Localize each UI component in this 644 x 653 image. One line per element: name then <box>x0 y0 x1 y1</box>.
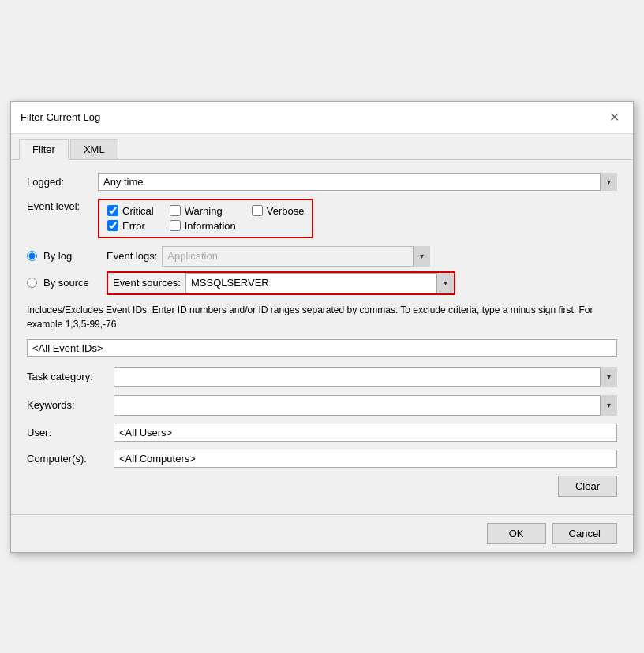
by-source-row: By source Event sources: MSSQLSERVER ▾ <box>27 271 617 295</box>
user-input[interactable]: <All Users> <box>114 424 617 442</box>
task-category-label: Task category: <box>27 371 114 382</box>
task-category-row: Task category: ▾ <box>27 367 617 387</box>
error-label: Error <box>122 220 145 232</box>
dialog-title: Filter Current Log <box>21 111 100 123</box>
tab-xml[interactable]: XML <box>70 139 118 159</box>
verbose-checkbox-item[interactable]: Verbose <box>252 205 305 217</box>
event-logs-label: Event logs: <box>107 250 157 262</box>
event-level-label: Event level: <box>27 199 98 212</box>
keywords-label: Keywords: <box>27 399 114 411</box>
computer-row: Computer(s): <All Computers> <box>27 450 617 468</box>
close-button[interactable]: ✕ <box>605 108 623 127</box>
information-label: Information <box>185 220 236 232</box>
logged-select-wrapper: Any time Last hour Last 12 hours Last 24… <box>98 173 617 191</box>
clear-section: Clear <box>27 476 617 497</box>
keywords-select[interactable] <box>114 395 617 416</box>
critical-label: Critical <box>122 205 154 217</box>
event-logs-select[interactable]: Application <box>162 246 430 267</box>
computer-input[interactable]: <All Computers> <box>114 450 617 468</box>
bottom-buttons: OK Cancel <box>11 514 633 552</box>
keywords-row: Keywords: ▾ <box>27 395 617 416</box>
spacer <box>252 220 305 232</box>
by-log-radio[interactable] <box>27 251 37 261</box>
source-section: By log Event logs: Application ▾ By sour… <box>27 246 617 295</box>
by-log-row: By log Event logs: Application ▾ <box>27 246 617 267</box>
by-source-label: By source <box>43 277 107 289</box>
warning-label: Warning <box>185 205 223 217</box>
by-source-radio[interactable] <box>27 278 37 288</box>
warning-checkbox-item[interactable]: Warning <box>170 205 236 217</box>
logged-row: Logged: Any time Last hour Last 12 hours… <box>27 173 617 191</box>
event-ids-input[interactable]: <All Event IDs> <box>27 339 617 357</box>
logged-label: Logged: <box>27 176 98 188</box>
tab-filter[interactable]: Filter <box>19 139 69 160</box>
task-category-select-wrapper: ▾ <box>114 367 617 387</box>
keywords-select-wrapper: ▾ <box>114 395 617 416</box>
error-checkbox-item[interactable]: Error <box>107 220 154 232</box>
verbose-checkbox[interactable] <box>252 205 263 216</box>
by-log-label: By log <box>43 250 107 262</box>
event-sources-select-wrapper: MSSQLSERVER ▾ <box>185 273 454 293</box>
description-text: Includes/Excludes Event IDs: Enter ID nu… <box>27 303 617 331</box>
user-label: User: <box>27 427 114 438</box>
title-bar: Filter Current Log ✕ <box>11 102 633 134</box>
error-checkbox[interactable] <box>107 220 118 231</box>
logged-select[interactable]: Any time Last hour Last 12 hours Last 24… <box>98 173 617 191</box>
event-level-row: Event level: Critical Warning Verbose <box>27 199 617 238</box>
user-row: User: <All Users> <box>27 424 617 442</box>
critical-checkbox[interactable] <box>107 205 118 216</box>
cancel-button[interactable]: Cancel <box>552 523 617 544</box>
dialog-content: Logged: Any time Last hour Last 12 hours… <box>11 160 633 514</box>
event-sources-label: Event sources: <box>108 274 185 291</box>
information-checkbox[interactable] <box>170 220 181 231</box>
information-checkbox-item[interactable]: Information <box>170 220 236 232</box>
computer-label: Computer(s): <box>27 453 114 465</box>
warning-checkbox[interactable] <box>170 205 181 216</box>
task-category-select[interactable] <box>114 367 617 387</box>
event-logs-select-wrapper: Application ▾ <box>162 246 430 267</box>
verbose-label: Verbose <box>267 205 305 217</box>
event-sources-select[interactable]: MSSQLSERVER <box>185 273 454 293</box>
event-source-wrapper: Event sources: MSSQLSERVER ▾ <box>107 271 455 295</box>
event-level-checkboxes: Critical Warning Verbose Error Info <box>98 199 313 238</box>
clear-button[interactable]: Clear <box>558 476 617 497</box>
ok-button[interactable]: OK <box>487 523 546 544</box>
filter-dialog: Filter Current Log ✕ Filter XML Logged: … <box>10 101 634 553</box>
critical-checkbox-item[interactable]: Critical <box>107 205 154 217</box>
tabs-container: Filter XML <box>11 134 633 160</box>
